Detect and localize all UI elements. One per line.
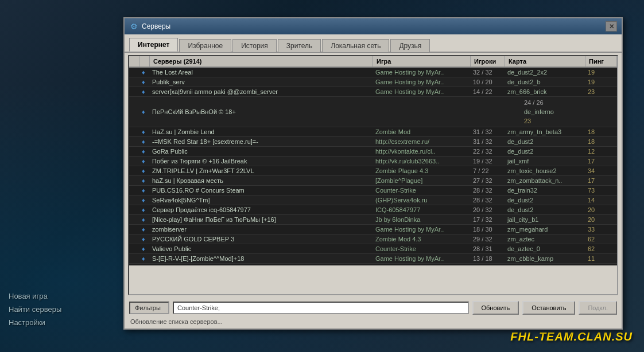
tab-friends[interactable]: Друзья [390, 39, 430, 52]
col-header-ping[interactable]: Пинг [585, 56, 617, 67]
cell-server: server[xa|9vnii ammo paki @@zombi_server [150, 87, 373, 96]
cell-fav: ♦ [139, 244, 150, 253]
sidebar-item-find-servers[interactable]: Найти серверы [9, 303, 106, 316]
cell-ping: 17 [585, 157, 617, 166]
table-row[interactable]: ♦ Сервер Продаётся icq-605847977 ICQ-605… [129, 205, 617, 215]
cell-players: 14 / 22 [471, 87, 505, 96]
cell-map: de_dust2 [505, 147, 585, 156]
cell-lock [129, 189, 139, 191]
table-row[interactable]: ♦ S-[E]-R-V-[E]-[Zombie^^Mod]+18 Game Ho… [129, 254, 617, 264]
cell-ping: 18 [585, 127, 617, 136]
tab-internet[interactable]: Интернет [129, 38, 178, 52]
cell-game: Counter-Strike [373, 244, 471, 253]
cell-game: http://vk.ru/club32663.. [373, 157, 471, 166]
table-body[interactable]: ♦ The Lost Areal Game Hosting by MyAr.. … [129, 68, 617, 265]
tab-lan[interactable]: Локальная сеть [322, 39, 389, 52]
tabs-bar: Интернет Избранное История Зритель Локал… [125, 34, 622, 53]
table-row[interactable]: ♦ SeRva4ok[5NG^Tm] (GHP)Serva4ok.ru 28 /… [129, 195, 617, 205]
table-row[interactable]: ♦ server[xa|9vnii ammo paki @@zombi_serv… [129, 87, 617, 97]
cell-map: zm_cbble_kamp [505, 254, 585, 263]
table-row[interactable]: ♦ РУССКИЙ GOLD СЕРВЕР 3 Zombie Mod 4.3 2… [129, 234, 617, 244]
table-row[interactable]: ♦ Побег из Тюряги © +16 JailBreak http:/… [129, 157, 617, 166]
cell-players: 17 / 32 [471, 215, 505, 224]
cell-server: HaZ.su | Zombie Lend [150, 127, 373, 136]
cell-server: Побег из Тюряги © +16 JailBreak [150, 157, 373, 166]
cell-server: Valievo Public [150, 244, 373, 253]
cell-players: 28 / 32 [471, 186, 505, 195]
cell-game: Game Hosting by MyAr.. [373, 225, 471, 234]
cell-players: 18 / 30 [471, 225, 505, 234]
cell-game: http://csextreme.ru/ [373, 137, 471, 146]
connect-button[interactable]: Подкл. [579, 301, 617, 315]
cell-map: de_dust2_b [505, 77, 585, 87]
cell-server: The Lost Areal [150, 68, 373, 77]
cell-map: de_dust2 [505, 205, 585, 214]
stop-button[interactable]: Остановить [522, 301, 575, 315]
cell-map: de_dust2 [505, 137, 585, 146]
cell-game: Jb by 6lonDinka [373, 215, 471, 224]
sidebar-item-settings[interactable]: Настройки [9, 316, 106, 329]
dialog-content: Интернет Избранное История Зритель Локал… [125, 34, 622, 328]
col-header-server[interactable]: Серверы (2914) [150, 56, 373, 67]
cell-ping: 11 [585, 254, 617, 263]
cell-players: 32 / 32 [471, 68, 505, 77]
filter-input[interactable] [173, 302, 469, 314]
table-row[interactable]: ♦ ZM.TRIPLE.LV | Zm+War3FT 22LVL Zombie … [129, 166, 617, 176]
cell-lock [129, 140, 139, 143]
cell-lock [129, 199, 139, 201]
cell-server: [Nice-play] ФаНни ПоБеГ из ТюРьМы [+16] [150, 215, 373, 224]
cell-map: zm_zombattack_n.. [505, 176, 585, 185]
tab-history[interactable]: История [232, 39, 277, 52]
table-row[interactable]: ♦ ПеРнСкИй ВзРыВнОй © 18+ 24 / 26 de_inf… [129, 97, 617, 127]
table-row[interactable]: ♦ -=MSK Red Star 18+ [csextreme.ru]=- ht… [129, 137, 617, 147]
tab-favorites[interactable]: Избранное [179, 39, 231, 52]
cell-map: zm_army_tn_beta3 [505, 127, 585, 136]
cell-game: ICQ-605847977 [373, 205, 471, 214]
cell-server: Publik_serv [150, 77, 373, 87]
cell-game: Zombie Plague 4.3 [373, 166, 471, 175]
cell-players: 7 / 22 [471, 166, 505, 175]
refresh-button[interactable]: Обновить [472, 301, 519, 315]
table-row[interactable]: ♦ Publik_serv Game Hosting by MyAr.. 10 … [129, 77, 617, 87]
cell-map: zm_megahard [505, 225, 585, 234]
cell-fav: ♦ [139, 195, 150, 205]
cell-lock [129, 91, 139, 93]
steam-icon: ⚙ [129, 22, 138, 31]
cell-ping: 19 [585, 68, 617, 77]
table-row[interactable]: ♦ HaZ.su | Zombie Lend Zombie Mod 31 / 3… [129, 127, 617, 137]
table-row[interactable]: ♦ The Lost Areal Game Hosting by MyAr.. … [129, 68, 617, 77]
cell-map: zm_666_brick [505, 87, 585, 96]
col-header-players[interactable]: Игроки [471, 56, 505, 67]
cell-lock [129, 160, 139, 162]
table-row[interactable]: ♦ Valievo Public Counter-Strike 28 / 31 … [129, 244, 617, 254]
cell-ping: 73 [585, 186, 617, 195]
cell-fav: ♦ [139, 157, 150, 166]
cell-server: haZ.su | Кровавая месть [150, 176, 373, 185]
sidebar-item-new-game[interactable]: Новая игра [9, 290, 106, 303]
cell-map: zm_toxic_house2 [505, 166, 585, 175]
cell-game: Game Hosting by MyAr.. [373, 77, 471, 87]
cell-server: GoRa Public [150, 147, 373, 156]
table-row[interactable]: ♦ [Nice-play] ФаНни ПоБеГ из ТюРьМы [+16… [129, 215, 617, 225]
table-header: Серверы (2914) Игра Игроки Карта Пинг [129, 56, 617, 68]
col-header-map[interactable]: Карта [505, 56, 585, 67]
cell-map: de_dust2_2x2 [505, 68, 585, 77]
col-header-fav [139, 56, 150, 67]
cell-players: 28 / 31 [471, 244, 505, 253]
table-row[interactable]: ♦ PUB.CS16.RO # Concurs Steam Counter-St… [129, 186, 617, 195]
cell-server: S-[E]-R-V-[E]-[Zombie^^Mod]+18 [150, 254, 373, 263]
table-row[interactable]: ♦ Zombie Evolution (ZME.LT) 24/7 ZP Edit… [129, 264, 617, 265]
tab-spectator[interactable]: Зритель [278, 39, 321, 52]
table-row[interactable]: ♦ haZ.su | Кровавая месть [Zombie^Plague… [129, 176, 617, 186]
cell-ping: 17 [585, 176, 617, 185]
cell-fav: ♦ [139, 186, 150, 195]
close-button[interactable]: ✕ [606, 21, 617, 32]
table-row[interactable]: ♦ GoRa Public http://vkontakte.ru/cl.. 2… [129, 147, 617, 157]
table-row[interactable]: ♦ zombiserver Game Hosting by MyAr.. 18 … [129, 225, 617, 234]
cell-ping: 62 [585, 244, 617, 253]
cell-ping: 20 [585, 205, 617, 214]
col-header-game[interactable]: Игра [373, 56, 471, 67]
cell-lock [129, 111, 139, 113]
footer-controls: Фильтры Обновить Остановить Подкл. [129, 301, 617, 315]
cell-players: 29 / 32 [471, 234, 505, 244]
